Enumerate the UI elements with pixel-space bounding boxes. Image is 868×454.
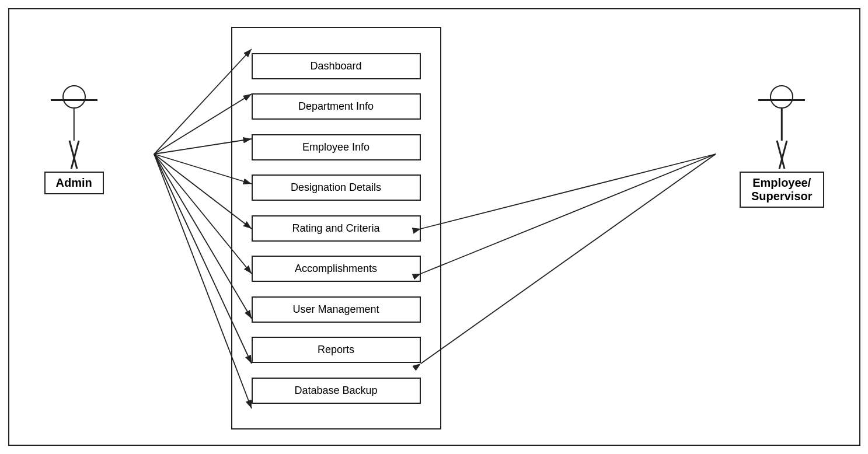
admin-body [51, 109, 97, 167]
use-case-accomplishments: Accomplishments [252, 256, 421, 282]
use-case-department-info: Department Info [252, 93, 421, 120]
use-case-dashboard: Dashboard [252, 53, 421, 79]
svg-line-11 [421, 154, 716, 229]
employee-head [770, 85, 793, 109]
admin-head [62, 85, 86, 109]
diagram-container: Admin Employee/ Supervisor Dashboard Dep… [8, 8, 860, 446]
admin-actor: Admin [44, 85, 104, 194]
use-case-designation-details: Designation Details [252, 174, 421, 201]
employee-supervisor-label: Employee/ Supervisor [740, 172, 824, 208]
svg-line-12 [421, 154, 716, 274]
use-case-rating-criteria: Rating and Criteria [252, 215, 421, 242]
use-case-database-backup: Database Backup [252, 378, 421, 404]
svg-line-13 [421, 154, 716, 364]
admin-label: Admin [44, 172, 104, 194]
use-case-employee-info: Employee Info [252, 134, 421, 160]
use-case-list: Dashboard Department Info Employee Info … [232, 28, 440, 428]
use-case-reports: Reports [252, 337, 421, 363]
employee-body [758, 109, 805, 167]
system-box: Dashboard Department Info Employee Info … [231, 27, 441, 429]
employee-supervisor-actor: Employee/ Supervisor [740, 85, 824, 208]
use-case-user-management: User Management [252, 296, 421, 323]
